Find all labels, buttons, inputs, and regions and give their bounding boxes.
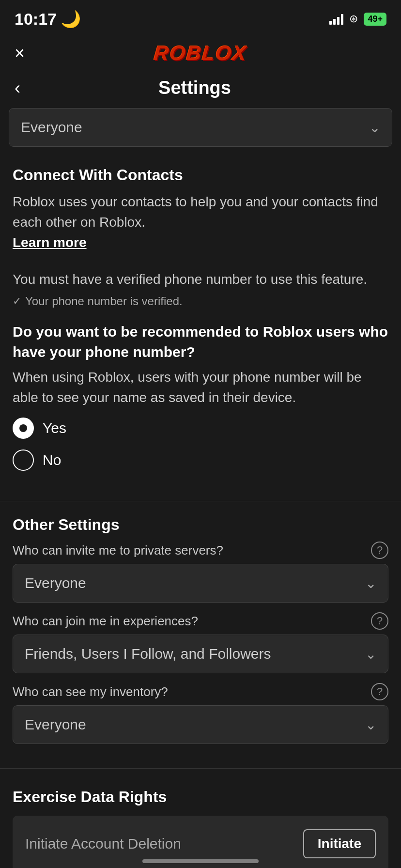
- top-nav-bar: × ROBLOX: [0, 34, 401, 73]
- private-servers-chevron-icon: ⌄: [365, 575, 376, 591]
- inventory-setting: Who can see my inventory? ? Everyone ⌄: [13, 683, 388, 744]
- first-dropdown-chevron-icon: ⌄: [369, 120, 380, 136]
- deletion-label: Initiate Account Deletion: [25, 836, 181, 852]
- inventory-dropdown[interactable]: Everyone ⌄: [13, 705, 388, 744]
- radio-yes-circle: [13, 418, 34, 439]
- home-bar: [142, 859, 259, 863]
- verified-status: ✓ Your phone number is verified.: [13, 294, 388, 308]
- join-experiences-label: Who can join me in experiences?: [13, 614, 198, 629]
- private-servers-value: Everyone: [25, 575, 86, 591]
- inventory-chevron-icon: ⌄: [365, 717, 376, 733]
- inventory-value: Everyone: [25, 716, 86, 733]
- first-dropdown-value: Everyone: [21, 119, 82, 136]
- first-dropdown-container: Everyone ⌄: [9, 108, 392, 147]
- connect-contacts-description: Roblox uses your contacts to help you an…: [13, 192, 388, 253]
- radio-yes-label: Yes: [43, 420, 66, 436]
- signal-icon: [329, 13, 343, 25]
- radio-yes-option[interactable]: Yes: [13, 418, 388, 439]
- status-time: 10:17 🌙: [15, 9, 81, 29]
- section-divider: [0, 501, 401, 501]
- join-experiences-dropdown[interactable]: Friends, Users I Follow, and Followers ⌄: [13, 635, 388, 673]
- recommendation-radio-group: Yes No: [13, 418, 388, 471]
- join-experiences-help-icon[interactable]: ?: [371, 612, 388, 630]
- private-servers-help-icon[interactable]: ?: [371, 542, 388, 559]
- private-servers-setting: Who can invite me to private servers? ? …: [13, 542, 388, 603]
- checkmark-icon: ✓: [13, 295, 21, 308]
- app-logo: ROBLOX: [154, 42, 247, 65]
- status-right-icons: ⊛ 49+: [329, 13, 386, 26]
- connect-contacts-heading: Connect With Contacts: [13, 166, 388, 184]
- battery-badge: 49+: [364, 13, 386, 26]
- wifi-icon: ⊛: [349, 13, 358, 25]
- close-button[interactable]: ×: [15, 45, 25, 62]
- join-experiences-setting: Who can join me in experiences? ? Friend…: [13, 612, 388, 673]
- other-settings-heading: Other Settings: [13, 516, 388, 534]
- exercise-divider: [0, 768, 401, 769]
- verified-note-text: You must have a verified phone number to…: [13, 269, 388, 290]
- roblox-logo-text: ROBLOX: [153, 42, 248, 65]
- time-display: 10:17: [15, 10, 57, 29]
- private-servers-dropdown[interactable]: Everyone ⌄: [13, 564, 388, 603]
- inventory-help-icon[interactable]: ?: [371, 683, 388, 700]
- moon-icon: 🌙: [61, 9, 81, 29]
- exercise-heading: Exercise Data Rights: [13, 788, 388, 806]
- join-experiences-value: Friends, Users I Follow, and Followers: [25, 646, 271, 662]
- private-servers-label: Who can invite me to private servers?: [13, 543, 223, 558]
- recommendation-subtext: When using Roblox, users with your phone…: [13, 367, 388, 408]
- connect-with-contacts-section: Connect With Contacts Roblox uses your c…: [0, 156, 401, 491]
- page-header: ‹ Settings: [0, 73, 401, 108]
- back-button[interactable]: ‹: [15, 79, 20, 97]
- home-indicator: [0, 852, 401, 868]
- other-settings-section: Other Settings Who can invite me to priv…: [0, 511, 401, 759]
- radio-no-circle: [13, 450, 34, 471]
- radio-no-option[interactable]: No: [13, 450, 388, 471]
- page-title: Settings: [30, 78, 359, 98]
- radio-no-label: No: [43, 452, 61, 468]
- inventory-label: Who can see my inventory?: [13, 684, 168, 699]
- status-bar: 10:17 🌙 ⊛ 49+: [0, 0, 401, 34]
- first-dropdown[interactable]: Everyone ⌄: [9, 108, 392, 147]
- learn-more-link[interactable]: Learn more: [13, 235, 87, 250]
- recommendation-question: Do you want to be recommended to Roblox …: [13, 322, 388, 362]
- join-experiences-chevron-icon: ⌄: [365, 646, 376, 662]
